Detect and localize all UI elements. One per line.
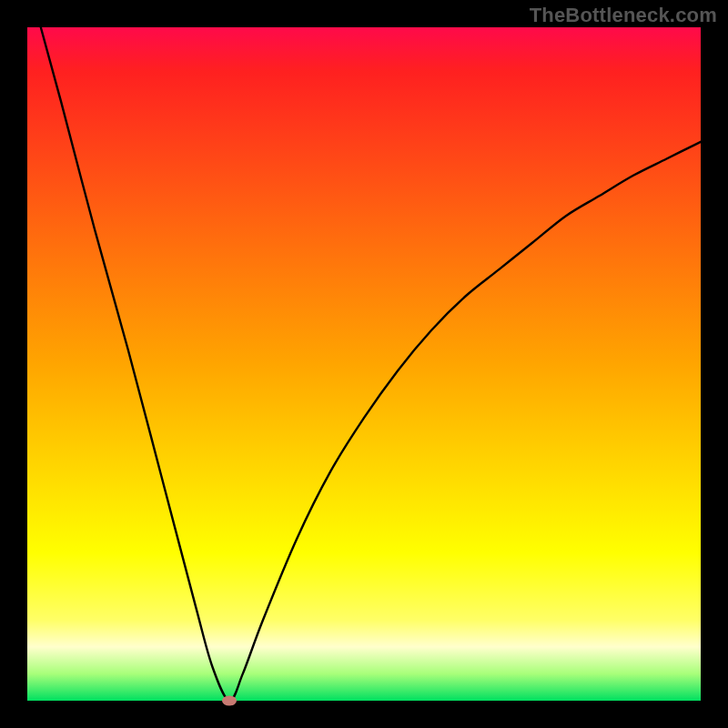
watermark-text: TheBottleneck.com — [530, 4, 717, 27]
plot-frame — [27, 27, 701, 701]
chart-container: TheBottleneck.com — [0, 0, 728, 728]
optimal-point-marker — [222, 696, 237, 706]
bottleneck-curve — [27, 27, 701, 701]
